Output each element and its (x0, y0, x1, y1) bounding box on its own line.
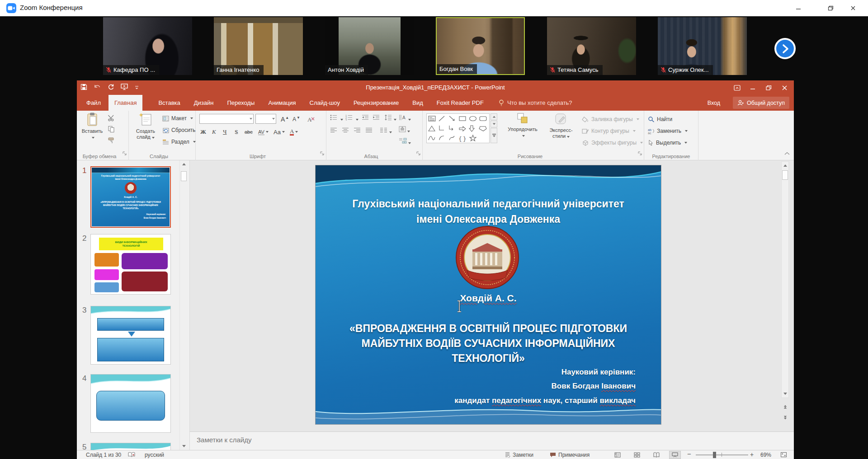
reading-view-button[interactable] (651, 451, 662, 459)
slide-supervisor-name[interactable]: Вовк Богдан Іванович (552, 382, 636, 391)
character-spacing-button[interactable]: AV (258, 127, 269, 137)
tab-foxit[interactable]: Foxit Reader PDF (431, 95, 490, 111)
normal-view-button[interactable] (612, 451, 623, 459)
ppt-minimize-button[interactable] (748, 83, 758, 93)
zoom-slider-track[interactable] (696, 454, 748, 455)
slide-scroll-up[interactable] (782, 162, 788, 169)
tab-transitions[interactable]: Переходы (221, 95, 260, 111)
font-name-combobox[interactable] (199, 114, 254, 124)
tell-me-box[interactable]: Что вы хотите сделать? (499, 95, 572, 111)
zoom-percentage[interactable]: 69% (760, 450, 771, 459)
font-size-combobox[interactable] (255, 114, 276, 124)
slide-thumbnail-2[interactable]: ВИДИ ІНФОРМАЦІЙНИХТЕХНОЛОГІЙ (90, 234, 171, 295)
slide-scroll-down[interactable] (782, 390, 788, 398)
video-tile-1[interactable]: Кафедра ПО ... (103, 17, 192, 75)
shapes-scroll-up[interactable] (491, 113, 497, 120)
quick-styles-button[interactable]: Экспресс- стили (545, 112, 577, 139)
copy-button[interactable] (108, 126, 115, 135)
save-button[interactable] (80, 84, 87, 92)
slideshow-view-button[interactable] (669, 451, 681, 459)
tab-insert[interactable]: Вставка (152, 95, 186, 111)
undo-button[interactable] (94, 84, 101, 92)
next-participants-button[interactable] (774, 38, 796, 59)
convert-smartart-button[interactable] (399, 138, 411, 146)
notes-toggle[interactable]: Заметки (505, 450, 533, 459)
next-slide-button[interactable] (781, 413, 789, 422)
bullets-button[interactable] (330, 114, 343, 122)
video-tile-6[interactable]: Суржик Олек... (658, 17, 747, 75)
share-button[interactable]: Общий доступ (733, 97, 789, 109)
slide-thumbnail-1-selected[interactable]: Глухівський національний педагогічний ун… (90, 166, 171, 228)
layout-button[interactable]: Макет (162, 113, 193, 123)
italic-button[interactable]: К (212, 127, 216, 137)
slide-university-line1[interactable]: Глухівський національний педагогічний ун… (316, 198, 661, 210)
paste-button[interactable]: Вставить (80, 112, 105, 140)
underline-button[interactable]: Ч (223, 127, 226, 137)
shapes-more-button[interactable] (491, 128, 497, 143)
close-button[interactable] (843, 0, 863, 16)
slide-title-line2[interactable]: МАЙБУТНІХ ВОДІЇВ СУЧАСНИХ ІНФОРМАЦІЙНИХ (316, 337, 661, 350)
university-emblem[interactable] (455, 225, 519, 290)
align-center-button[interactable] (342, 127, 349, 135)
redo-button[interactable] (108, 84, 114, 92)
comments-toggle[interactable]: Примечания (550, 450, 590, 459)
replace-button[interactable]: abac Заменить (648, 126, 688, 136)
shapes-gallery[interactable]: { } (426, 113, 490, 143)
slide-university-line2[interactable]: імені Олександра Довженка (316, 213, 661, 225)
tab-file[interactable]: Файл (80, 95, 107, 111)
slide-author[interactable]: Ховдій А. С. (316, 293, 661, 304)
video-tile-4-active-speaker[interactable]: Богдан Вовк (436, 17, 525, 75)
slide-thumbnail-3[interactable] (90, 306, 171, 365)
align-left-button[interactable] (330, 127, 337, 135)
slide-supervisor-label[interactable]: Науковий керівник: (561, 368, 636, 377)
align-text-button[interactable] (399, 126, 410, 134)
video-tile-5[interactable]: Тетяна Самусь (547, 17, 636, 75)
notes-pane[interactable]: Заметки к слайду (190, 431, 794, 450)
start-slideshow-button[interactable] (121, 84, 128, 92)
tab-review[interactable]: Рецензирование (348, 95, 405, 111)
zoom-out-button[interactable]: − (687, 450, 691, 458)
video-tile-3[interactable]: Антон Ховдій (325, 17, 414, 75)
font-dialog-launcher[interactable] (320, 150, 325, 158)
clipboard-dialog-launcher[interactable] (123, 150, 127, 158)
arrange-button[interactable]: Упорядочить (503, 112, 542, 138)
thumbnail-scroll-down[interactable] (180, 442, 188, 450)
reset-button[interactable]: Сбросить (162, 125, 195, 135)
thumbnail-scrollbar[interactable] (179, 160, 188, 450)
numbering-button[interactable]: 123 (345, 114, 359, 122)
slide-counter[interactable]: Слайд 1 из 30 (86, 450, 121, 459)
video-tile-2[interactable]: Ганна Ігнатенко (214, 17, 303, 75)
paragraph-dialog-launcher[interactable] (416, 150, 421, 158)
text-shadow-button[interactable]: S (235, 127, 238, 137)
shrink-font-button[interactable]: A▼ (292, 114, 300, 124)
new-slide-button[interactable]: Создать слайд (132, 112, 159, 140)
shapes-scroll-down[interactable] (491, 121, 497, 127)
font-color-button[interactable]: A (290, 127, 298, 137)
slide-title-line3[interactable]: ТЕХНОЛОГІЙ» (316, 352, 661, 365)
slide-vertical-scrollbar[interactable] (781, 161, 789, 398)
change-case-button[interactable]: Aa (274, 127, 285, 137)
decrease-indent-button[interactable] (362, 114, 369, 122)
shape-fill-button[interactable]: Заливка фигуры (582, 114, 639, 124)
columns-button[interactable] (380, 127, 392, 135)
slide-scroll-thumb[interactable] (782, 170, 788, 180)
strikethrough-button[interactable]: abc (245, 127, 253, 137)
select-button[interactable]: Выделить (648, 138, 687, 148)
line-spacing-button[interactable] (384, 114, 396, 122)
previous-slide-button[interactable] (781, 403, 789, 411)
ribbon-display-options-button[interactable] (732, 83, 742, 93)
sign-in-link[interactable]: Вход (708, 95, 720, 111)
find-button[interactable]: Найти (648, 114, 672, 124)
clear-formatting-button[interactable]: A (307, 114, 315, 124)
maximize-button[interactable] (820, 0, 841, 16)
cut-button[interactable] (108, 114, 115, 123)
slide-thumbnail-5[interactable] (90, 443, 171, 450)
language-indicator[interactable]: русский (145, 450, 164, 459)
slide-thumbnail-4[interactable] (90, 374, 171, 433)
justify-button[interactable] (365, 127, 373, 135)
thumbnail-scroll-thumb[interactable] (181, 171, 187, 181)
tab-animations[interactable]: Анимация (262, 95, 302, 111)
tab-slideshow[interactable]: Слайд-шоу (304, 95, 346, 111)
increase-indent-button[interactable] (373, 114, 380, 122)
slide-title-line1[interactable]: «ВПРОВАДЖЕННЯ В ОСВІТНІЙ ПРОЦЕС ПІДГОТОВ… (316, 323, 661, 335)
